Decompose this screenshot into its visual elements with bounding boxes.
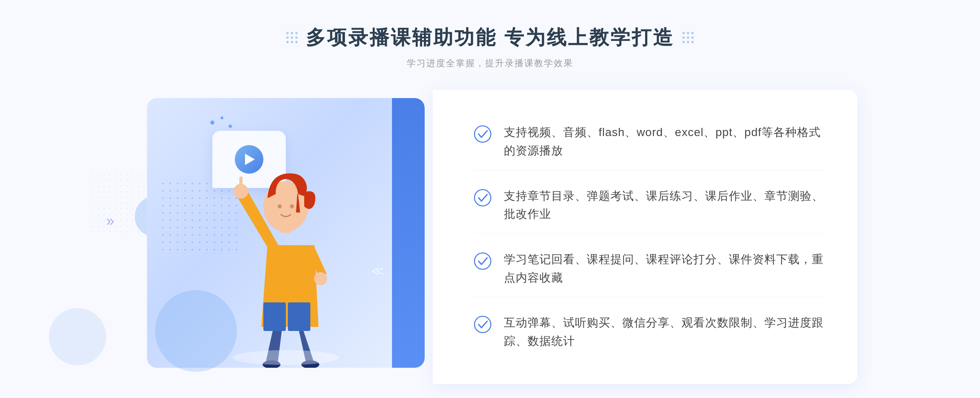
feature-item-2: 支持章节目录、弹题考试、课后练习、课后作业、章节测验、批改作业 — [474, 177, 825, 234]
feature-text-4: 互动弹幕、试听购买、微信分享、观看次数限制、学习进度跟踪、数据统计 — [504, 314, 825, 351]
feature-item-1: 支持视频、音频、flash、word、excel、ppt、pdf等各种格式的资源… — [474, 114, 825, 170]
svg-point-8 — [290, 204, 294, 208]
dots-decoration-right — [682, 32, 694, 43]
check-icon-2 — [474, 189, 492, 207]
header-section: 多项录播课辅助功能 专为线上教学打造 学习进度全掌握，提升录播课教学效果 — [286, 25, 693, 69]
check-icon-4 — [474, 315, 492, 333]
svg-point-11 — [233, 350, 339, 365]
svg-point-13 — [474, 190, 491, 206]
svg-point-12 — [474, 126, 491, 142]
main-title: 多项录播课辅助功能 专为线上教学打造 — [306, 25, 674, 51]
svg-point-4 — [314, 272, 327, 285]
features-panel: 支持视频、音频、flash、word、excel、ppt、pdf等各种格式的资源… — [433, 90, 858, 384]
svg-rect-10 — [288, 302, 310, 331]
page-circle-bottom-left — [49, 308, 106, 365]
feature-item-4: 互动弹幕、试听购买、微信分享、观看次数限制、学习进度跟踪、数据统计 — [474, 304, 825, 360]
sparkle-2 — [220, 116, 223, 119]
illustration-panel: ≪ » — [122, 90, 441, 384]
sparkle-3 — [229, 125, 232, 128]
feature-text-2: 支持章节目录、弹题考试、课后练习、课后作业、章节测验、批改作业 — [504, 187, 825, 224]
circle-decoration-large — [155, 290, 237, 372]
feature-item-3: 学习笔记回看、课程提问、课程评论打分、课件资料下载，重点内容收藏 — [474, 241, 825, 297]
dots-decoration-left — [286, 32, 298, 43]
sparkle-1 — [210, 121, 214, 125]
svg-point-15 — [474, 316, 491, 333]
inner-chevrons-decoration: ≪ — [371, 264, 384, 278]
check-icon-1 — [474, 125, 492, 143]
left-chevrons: » — [106, 212, 114, 230]
svg-point-7 — [278, 204, 282, 208]
svg-point-14 — [474, 253, 491, 269]
check-icon-3 — [474, 252, 492, 270]
title-row: 多项录播课辅助功能 专为线上教学打造 — [286, 25, 693, 51]
content-wrapper: ≪ » 支持视频、音频、flash、word、ex — [122, 90, 858, 384]
svg-rect-9 — [263, 302, 286, 331]
subtitle: 学习进度全掌握，提升录播课教学效果 — [286, 57, 693, 69]
feature-text-1: 支持视频、音频、flash、word、excel、ppt、pdf等各种格式的资源… — [504, 123, 825, 160]
feature-text-3: 学习笔记回看、课程提问、课程评论打分、课件资料下载，重点内容收藏 — [504, 250, 825, 287]
svg-rect-3 — [239, 177, 243, 191]
page-container: 多项录播课辅助功能 专为线上教学打造 学习进度全掌握，提升录播课教学效果 — [0, 0, 980, 398]
blue-bar-decoration — [392, 98, 425, 368]
